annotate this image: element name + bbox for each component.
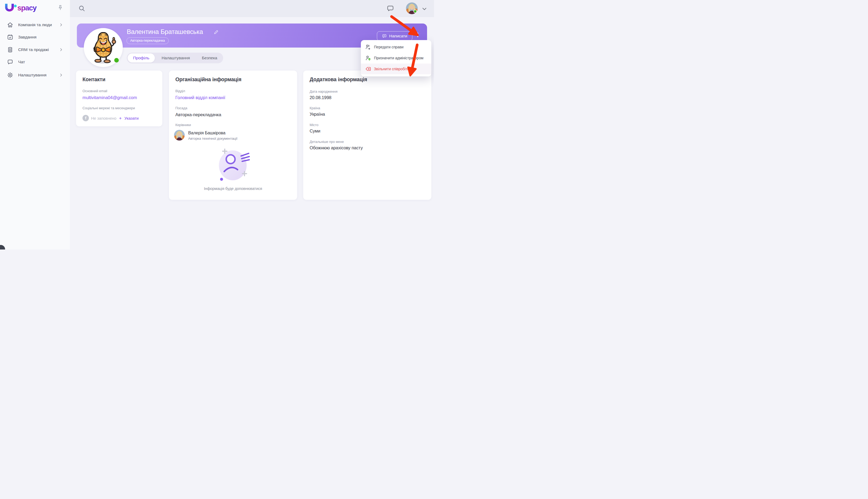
search-icon[interactable] [78, 5, 85, 12]
chat-icon [7, 59, 13, 65]
city-label: Місто [310, 123, 318, 127]
birthdate-value: 20.08.1998 [310, 95, 331, 100]
menu-item-make-admin[interactable]: Призначити адміністратором [361, 53, 431, 63]
country-value: Україна [310, 112, 325, 117]
write-button[interactable]: Написати [377, 31, 412, 41]
social-label: Соціальні мережі та месенджери [83, 106, 135, 110]
svg-text:spacy: spacy [17, 4, 37, 12]
pin-icon[interactable] [57, 4, 64, 11]
extra-card-title: Додаткова інформація [310, 76, 367, 83]
chevron-right-icon [59, 73, 64, 77]
extra-info-card: Додаткова інформація Дата народження 20.… [303, 71, 431, 200]
chevron-right-icon [59, 47, 64, 52]
org-card-title: Організаційна інформація [175, 76, 241, 83]
org-card: Організаційна інформація Відділ Головний… [169, 71, 297, 200]
messenger-icon[interactable] [387, 5, 394, 12]
sidebar: spacy Компанія та люди Завдання [0, 0, 70, 250]
email-label: Основний email [83, 89, 107, 93]
crm-stack-icon [7, 47, 13, 53]
add-social-link[interactable]: Указати [124, 116, 139, 121]
menu-item-transfer[interactable]: Передати справи [361, 42, 431, 52]
sidebar-item-label: Завдання [18, 35, 36, 39]
manager-role: Авторка технічної документації [188, 136, 237, 141]
tab-settings[interactable]: Налаштування [155, 56, 197, 60]
chevron-down-icon[interactable] [421, 5, 428, 12]
write-chat-icon [382, 34, 387, 38]
plus-icon[interactable]: + [119, 115, 122, 121]
menu-item-dismiss-employee[interactable]: Звільнити співробітника [361, 64, 431, 74]
top-bar [70, 0, 434, 17]
manager-name: Валерія Башкірова [188, 131, 225, 135]
chevron-right-icon [59, 22, 64, 27]
uspacy-logo[interactable]: spacy [4, 3, 39, 13]
position-label: Посада [175, 106, 187, 110]
sidebar-item-label: CRM та продажі [18, 47, 49, 52]
department-label: Відділ [175, 89, 185, 93]
tab-security[interactable]: Безпека [197, 56, 222, 60]
employee-context-menu: Передати справи Призначити адміністратор… [361, 40, 431, 76]
about-value: Обожнюю арахісову пасту [310, 145, 363, 150]
birthdate-label: Дата народження [310, 89, 337, 94]
managers-label: Керівники [175, 123, 191, 127]
about-label: Детальніше про мене [310, 140, 344, 144]
contacts-card-title: Контакти [83, 76, 105, 83]
sidebar-item-settings[interactable]: Налаштування [4, 70, 66, 81]
social-empty-text: Не заповнено [91, 116, 116, 121]
empty-state-illustration [216, 147, 250, 183]
sidebar-item-label: Чат [18, 60, 25, 64]
profile-status-dot [114, 58, 119, 62]
transfer-icon [365, 44, 371, 50]
position-value: Авторка-перекладачка [175, 112, 221, 117]
uspacy-app: spacy Компанія та люди Завдання [0, 0, 434, 250]
admin-shield-icon [365, 55, 371, 61]
menu-item-label: Звільнити співробітника [374, 67, 415, 71]
gear-icon [7, 72, 13, 78]
peanut-character [88, 31, 118, 64]
country-label: Країна [310, 106, 320, 110]
kebab-menu-button[interactable] [415, 33, 420, 39]
role-badge: Авторка-перекладачка [126, 37, 169, 44]
profile-name: Валентина Браташевська [127, 28, 203, 36]
email-link[interactable]: multivitamina04@gmail.com [83, 95, 137, 100]
calendar-check-icon [7, 34, 13, 40]
menu-item-label: Передати справи [374, 45, 404, 49]
manager-row[interactable]: Валерія Башкірова Авторка технічної доку… [174, 130, 286, 141]
department-link[interactable]: Головний відділ компанії [175, 95, 225, 100]
sidebar-item-company[interactable]: Компанія та люди [4, 20, 66, 30]
edit-name-icon[interactable] [214, 30, 218, 35]
profile-tabs: Профіль Налаштування Безпека [127, 53, 223, 63]
facebook-icon: f [83, 115, 89, 121]
write-button-label: Написати [389, 34, 407, 38]
empty-state-caption: Інформація буде доповнюватися [169, 186, 297, 191]
manager-avatar [174, 130, 185, 141]
sidebar-item-label: Налаштування [18, 73, 47, 77]
city-value: Суми [310, 129, 320, 134]
contacts-card: Контакти Основний email multivitamina04@… [76, 71, 162, 126]
online-status-dot [413, 10, 417, 13]
menu-item-label: Призначити адміністратором [374, 56, 423, 60]
sidebar-item-chat[interactable]: Чат [4, 57, 66, 67]
sidebar-item-label: Компанія та люди [18, 22, 52, 27]
dismiss-icon [365, 66, 371, 72]
sidebar-item-tasks[interactable]: Завдання [4, 32, 66, 42]
tab-profile[interactable]: Профіль [128, 53, 155, 62]
sidebar-item-crm[interactable]: CRM та продажі [4, 44, 66, 55]
home-icon [7, 22, 13, 28]
